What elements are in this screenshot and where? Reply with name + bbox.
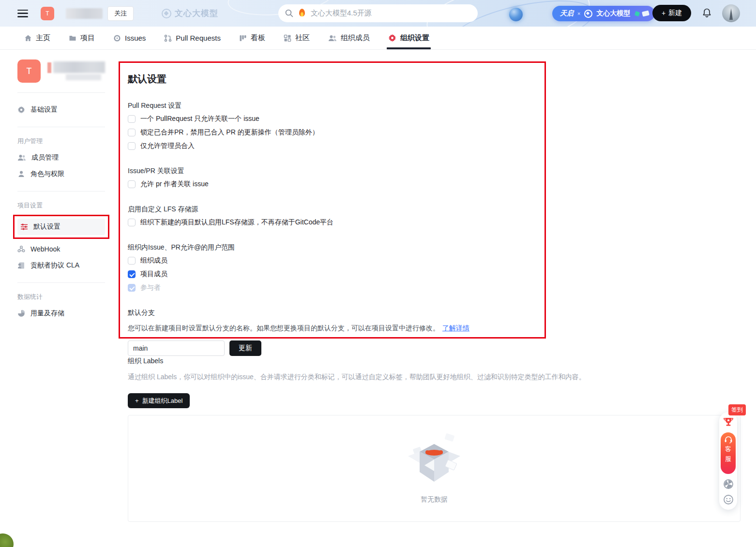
customer-service-button[interactable]: 客 服 xyxy=(721,432,736,474)
trophy-icon[interactable] xyxy=(723,416,734,428)
checkbox[interactable] xyxy=(128,219,136,226)
issue-icon xyxy=(113,34,121,42)
tab-community[interactable]: 社区 xyxy=(284,27,310,49)
headset-icon xyxy=(724,436,733,444)
default-branch-description: 您可以在新建项目时设置默认分支的名称。如果您想更换项目的默认分支，可以在项目设置… xyxy=(128,324,537,333)
follow-button[interactable]: 关注 xyxy=(107,6,134,21)
section-label-stats: 数据统计 xyxy=(17,293,105,301)
org-profile: T xyxy=(17,59,105,83)
tab-pull-requests[interactable]: Pull Requests xyxy=(164,27,221,49)
pie-chart-icon xyxy=(17,310,25,317)
user-avatar[interactable] xyxy=(722,4,740,22)
search-icon xyxy=(285,9,293,17)
checkbox-row-pr-author-link: 允许 pr 作者关联 issue xyxy=(128,179,537,189)
empty-box-illustration xyxy=(405,433,464,485)
settings-sidebar: T 基础设置 用户管理 成员管理 角色与权限 项目设置 默认设置 WebHook… xyxy=(17,59,105,323)
checkbox[interactable] xyxy=(128,129,136,136)
org-avatar-large[interactable]: T xyxy=(17,59,41,83)
promo-cube-decoration xyxy=(635,11,640,16)
tab-board[interactable]: 看板 xyxy=(239,27,265,49)
mention-scope-title: 组织内Issue、PR允许@的用户范围 xyxy=(128,243,537,252)
checkbox-row-org-members: 组织成员 xyxy=(128,256,537,266)
hot-flame-icon xyxy=(298,9,306,18)
checkbox[interactable] xyxy=(128,142,136,150)
checkbox-row-pr-one-issue: 一个 PullRequest 只允许关联一个 issue xyxy=(128,114,537,124)
labels-empty-state: 暂无数据 xyxy=(128,415,741,522)
search-placeholder-text: 文心大模型4.5开源 xyxy=(311,9,372,18)
checkbox-row-lock-merged-pr: 锁定已合并PR，禁用已合入 PR 的更新操作（管理员除外） xyxy=(128,128,537,137)
checkbox[interactable] xyxy=(128,284,136,292)
contract-doc-icon xyxy=(17,262,25,269)
org-labels-section: 组织 Labels 通过组织 Labels，你可以对组织中的issue、合并请求… xyxy=(128,357,741,522)
checkbox-row-participants: 参与者 xyxy=(128,283,537,293)
section-label-user-mgmt: 用户管理 xyxy=(17,137,105,146)
aperture-icon[interactable] xyxy=(723,479,734,489)
learn-more-link[interactable]: 了解详情 xyxy=(442,324,469,332)
update-button[interactable]: 更新 xyxy=(229,340,261,356)
checkbox[interactable] xyxy=(128,270,136,278)
checkbox-row-lfs-source: 组织下新建的项目默认启用LFS存储源，不再存储于GitCode平台 xyxy=(128,218,537,227)
checkin-badge[interactable]: 签到 xyxy=(728,404,746,415)
org-avatar[interactable]: T xyxy=(41,7,54,20)
checkbox[interactable] xyxy=(128,180,136,188)
sidebar-item-roles-perms[interactable]: 角色与权限 xyxy=(17,167,105,181)
board-icon xyxy=(239,34,247,42)
sidebar-item-cla[interactable]: 贡献者协议 CLA xyxy=(17,258,105,273)
page-title: 默认设置 xyxy=(128,73,537,86)
checkbox-row-project-members: 项目成员 xyxy=(128,269,537,279)
org-nav-tabs: 主页 项目 Issues Pull Requests 看板 社区 组织成员 组织… xyxy=(0,27,756,50)
org-name-redacted xyxy=(66,8,103,19)
smiley-feedback-icon[interactable] xyxy=(723,494,734,505)
divider xyxy=(17,282,105,283)
home-icon xyxy=(24,34,32,42)
default-branch-input[interactable] xyxy=(128,340,225,356)
section-label-project-settings: 项目设置 xyxy=(17,201,105,210)
org-labels-title: 组织 Labels xyxy=(128,357,741,366)
members-icon xyxy=(17,154,26,162)
top-header: T 关注 文心大模型 文心大模型4.5开源 天启 × 文心大模型 + 新建 xyxy=(0,0,756,27)
sidebar-item-member-mgmt[interactable]: 成员管理 xyxy=(17,150,105,165)
new-button[interactable]: + 新建 xyxy=(652,5,691,21)
default-branch-title: 默认分支 xyxy=(128,309,537,317)
divider xyxy=(17,92,105,93)
sidebar-item-usage-storage[interactable]: 用量及存储 xyxy=(17,306,105,321)
floating-widget-stack: 客 服 xyxy=(719,412,737,510)
org-name-redacted xyxy=(47,61,105,81)
annotation-highlight-box: 默认设置 xyxy=(13,215,109,239)
settings-gear-icon xyxy=(388,34,396,42)
promo-card-decoration xyxy=(642,10,650,16)
org-labels-description: 通过组织 Labels，你可以对组织中的issue、合并请求进行分类和标记，可以… xyxy=(128,373,741,382)
tab-home[interactable]: 主页 xyxy=(24,27,50,49)
hamburger-menu-icon[interactable] xyxy=(17,10,28,17)
gear-icon xyxy=(17,106,25,114)
default-settings-panel: 默认设置 Pull Request 设置 一个 PullRequest 只允许关… xyxy=(119,61,546,339)
search-bar[interactable]: 文心大模型4.5开源 xyxy=(278,4,478,22)
checkbox[interactable] xyxy=(128,115,136,123)
corner-plant-decoration xyxy=(0,533,14,547)
issue-pr-link-title: Issue/PR 关联设置 xyxy=(128,167,537,176)
tab-org-members[interactable]: 组织成员 xyxy=(328,27,370,49)
promo-logo-icon xyxy=(584,10,592,18)
checkbox-row-admin-only-merge: 仅允许管理员合入 xyxy=(128,141,537,151)
brand-watermark: 文心大模型 xyxy=(162,8,218,19)
sidebar-item-webhook[interactable]: WebHook xyxy=(17,242,105,256)
notifications-bell-icon[interactable] xyxy=(702,8,712,20)
person-icon xyxy=(17,170,25,178)
promo-banner[interactable]: 天启 × 文心大模型 xyxy=(552,6,655,21)
sliders-icon xyxy=(20,223,28,231)
sidebar-item-default-settings[interactable]: 默认设置 xyxy=(17,219,105,235)
sidebar-item-basic-settings[interactable]: 基础设置 xyxy=(17,103,105,117)
members-icon xyxy=(328,34,337,42)
tab-projects[interactable]: 项目 xyxy=(69,27,95,49)
tab-org-settings[interactable]: 组织设置 xyxy=(388,27,429,49)
pull-request-icon xyxy=(164,34,172,42)
pr-settings-title: Pull Request 设置 xyxy=(128,102,537,110)
tab-issues[interactable]: Issues xyxy=(113,27,146,49)
checkbox[interactable] xyxy=(128,257,136,265)
lfs-title: 启用自定义 LFS 存储源 xyxy=(128,205,537,214)
divider xyxy=(17,191,105,192)
community-grid-icon xyxy=(284,34,291,42)
folder-icon xyxy=(69,34,76,42)
brand-logo-icon xyxy=(162,9,171,18)
new-org-label-button[interactable]: + 新建组织Label xyxy=(128,393,190,408)
